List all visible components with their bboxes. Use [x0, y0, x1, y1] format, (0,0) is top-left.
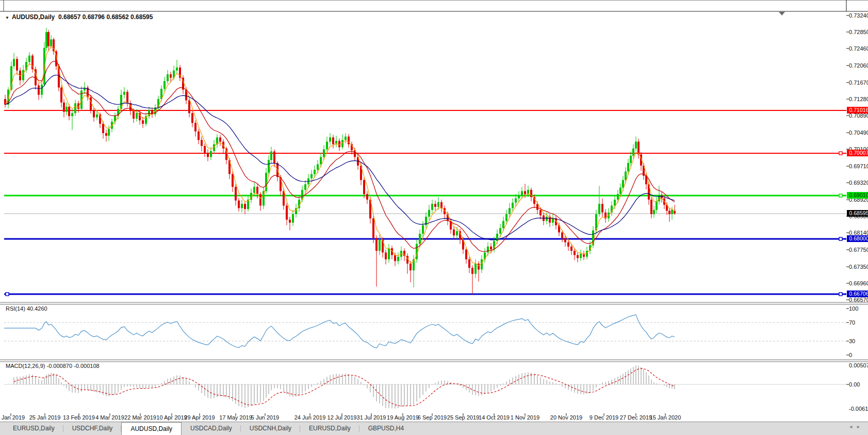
price-axis-label: 0.70490: [849, 130, 868, 136]
level-price-tag: 0.71016: [847, 107, 868, 114]
collapse-chart-icon[interactable]: ▼: [5, 15, 9, 20]
date-axis-label: 1 Nov 2019: [504, 414, 546, 421]
symbol-tab-usdchf-daily[interactable]: USDCHF,Daily: [63, 422, 122, 435]
chart-title: ▼AUDUSD,Daily 0.68657 0.68796 0.68562 0.…: [5, 13, 153, 21]
macd-axis-label: 0.00: [849, 381, 860, 388]
symbol-tab-usdcnh-daily[interactable]: USDCNH,Daily: [241, 422, 300, 435]
rsi-axis-label: 30: [849, 338, 855, 344]
symbol-tab-eurusd-daily[interactable]: EURUSD,Daily: [4, 422, 63, 435]
price-axis-label: 0.66960: [849, 280, 868, 286]
rsi-axis-label: 70: [849, 319, 855, 326]
price-axis-label: 0.72060: [849, 62, 868, 69]
level-price-tag: 0.70007: [847, 150, 868, 156]
symbol-tab-eurusd-daily[interactable]: EURUSD,Daily: [300, 422, 359, 435]
rsi-axis-label: 100: [849, 305, 858, 312]
macd-indicator-label: MACD(12,26,9) -0.000870 -0.000108: [6, 363, 100, 369]
rsi-indicator-label: RSI(14) 40.4260: [6, 305, 47, 312]
symbol-tab-gbpusd-h4[interactable]: GBPUSD,H4: [359, 422, 413, 435]
symbol-tab-usdcad-daily[interactable]: USDCAD,Daily: [182, 422, 241, 435]
price-axis-label: 0.72850: [849, 29, 868, 35]
price-axis-label: 0.67750: [849, 247, 868, 253]
symbol-tab-audusd-daily[interactable]: AUDUSD,Daily: [121, 422, 182, 435]
level-price-tag: 0.69010: [847, 192, 868, 199]
price-axis-label: 0.69320: [849, 180, 868, 186]
rsi-axis-label: 0: [849, 352, 852, 358]
date-axis-label: 20 Nov 2019: [546, 414, 587, 421]
price-axis-label: 0.66570: [849, 297, 868, 303]
symbol-tabs: EURUSD,DailyUSDCHF,DailyAUDUSD,DailyUSDC…: [4, 422, 413, 435]
macd-axis-label: -0.006148: [849, 406, 868, 412]
mt4-window: T ▼ M1M5M15M30H1H4D1W1MN ▼AUDUSD,Daily 0…: [0, 0, 868, 435]
date-axis-label: 29 Apr 2019: [179, 414, 220, 421]
tab-scroll-left-button[interactable]: ◄: [848, 424, 856, 429]
chart-symbol-label: AUDUSD,Daily: [12, 13, 55, 21]
level-price-tag: 0.68000: [847, 235, 868, 242]
chart-canvas[interactable]: [0, 0, 868, 435]
price-axis-label: 0.71280: [849, 96, 868, 102]
price-axis-label: 0.73240: [849, 12, 868, 19]
tab-scroll-arrows: ◄►: [848, 424, 864, 429]
symbol-tab-bar: EURUSD,DailyUSDCHF,DailyAUDUSD,DailyUSDC…: [0, 422, 868, 435]
price-axis-label: 0.69710: [849, 163, 868, 169]
chart-ohlc-values: 0.68657 0.68796 0.68562 0.68595: [58, 13, 153, 21]
macd-axis-label: 0.005076: [849, 362, 868, 368]
price-axis-label: 0.71670: [849, 79, 868, 86]
date-axis-label: 5 Jun 2019: [244, 414, 286, 421]
level-price-tag: 0.66706: [847, 291, 868, 297]
price-axis-label: 0.67350: [849, 264, 868, 270]
tab-scroll-right-button[interactable]: ►: [856, 424, 864, 429]
date-axis-label: 15 Jan 2020: [645, 414, 686, 421]
price-axis-label: 0.72460: [849, 45, 868, 52]
current-price-tag: 0.68595: [847, 210, 868, 217]
